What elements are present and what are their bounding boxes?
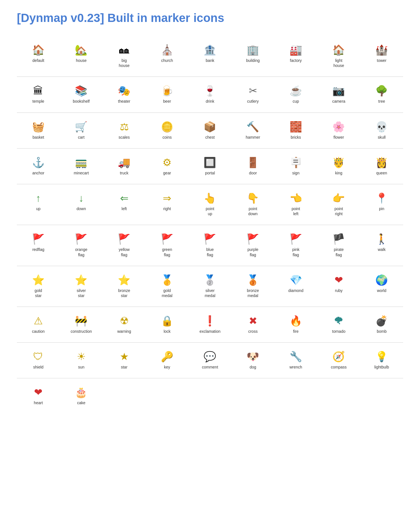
icon-label-gold-medal: goldmedal <box>162 288 172 298</box>
icon-glyph-temple: 🏛 <box>33 85 43 96</box>
icon-glyph-right: ⇒ <box>163 193 171 204</box>
icon-item-point-up: 👆pointup <box>189 190 232 219</box>
icon-empty <box>189 384 232 408</box>
icon-item-sign: 🪧sign <box>274 154 317 178</box>
icon-glyph-cup: ☕ <box>290 85 302 96</box>
icon-glyph-cross: ✖ <box>249 315 257 327</box>
icon-item-camera: 📷camera <box>317 82 360 107</box>
icon-label-down: down <box>76 206 86 211</box>
icon-glyph-chest: 📦 <box>204 121 216 132</box>
icon-glyph-tornado: 🌪 <box>334 315 344 327</box>
icon-label-bricks: bricks <box>291 135 301 140</box>
icon-item-pink-flag: 🚩pinkflag <box>274 231 317 260</box>
icon-label-compass: compass <box>331 365 347 370</box>
icon-row-4: ↑up↓down⇐left⇒right👆pointup👇pointdown👈po… <box>17 184 403 225</box>
icon-glyph-bookshelf: 📚 <box>75 85 87 96</box>
icon-glyph-diamond: 💎 <box>290 275 302 286</box>
icon-item-hammer: 🔨hammer <box>231 118 274 143</box>
icon-label-cart: cart <box>78 135 84 140</box>
icon-label-minecart: minecart <box>74 170 89 176</box>
icon-label-house: house <box>76 58 87 63</box>
icon-label-blue-flag: blueflag <box>206 247 214 257</box>
icon-glyph-warning: ☢ <box>120 315 129 327</box>
icon-item-right: ⇒right <box>146 190 189 219</box>
icon-item-door: 🚪door <box>231 154 274 178</box>
icon-glyph-tree: 🌳 <box>375 85 388 96</box>
icon-glyph-bank: 🏦 <box>204 44 216 56</box>
icon-empty <box>317 384 360 408</box>
icon-label-cutlery: cutlery <box>247 99 259 104</box>
icon-label-flower: flower <box>333 135 344 140</box>
icon-label-lightbulb: lightbulb <box>374 365 389 370</box>
icon-row-6: ⭐goldstar⭐silverstar⭐bronzestar🥇goldmeda… <box>17 266 403 307</box>
icon-item-coins: 🪙coins <box>146 118 189 143</box>
icon-item-world: 🌍world <box>360 272 403 301</box>
page-title: [Dynmap v0.23] Built in marker icons <box>17 11 403 25</box>
title-version: v0.23 <box>71 11 100 24</box>
title-prefix: [Dynmap <box>17 11 71 24</box>
icon-glyph-cutlery: ✂ <box>249 85 257 96</box>
icon-glyph-caution: ⚠ <box>34 315 43 327</box>
icon-item-exclamation: ❗exclamation <box>189 313 232 337</box>
icon-label-beer: beer <box>163 99 171 104</box>
icon-label-default: default <box>32 58 44 63</box>
icon-glyph-scales: ⚖ <box>120 121 129 132</box>
icon-glyph-church: ⛪ <box>161 44 173 56</box>
icon-label-queen: queen <box>376 170 387 176</box>
icon-item-bricks: 🧱bricks <box>274 118 317 143</box>
icon-glyph-lock: 🔒 <box>161 315 173 327</box>
icon-label-dog: dog <box>250 365 256 370</box>
icon-item-bank: 🏦bank <box>189 42 232 71</box>
icon-glyph-sign: 🪧 <box>290 157 302 168</box>
icon-item-house: 🏡house <box>60 42 103 71</box>
icon-item-big-house: 🏘bighouse <box>103 42 146 71</box>
icon-item-factory: 🏭factory <box>274 42 317 71</box>
icon-label-wrench: wrench <box>290 365 302 370</box>
icon-item-green-flag: 🚩greenflag <box>146 231 189 260</box>
icon-item-gold-medal: 🥇goldmedal <box>146 272 189 301</box>
icon-label-big-house: bighouse <box>119 58 130 68</box>
icon-label-purple-flag: purpleflag <box>247 247 258 257</box>
icon-item-cart: 🛒cart <box>60 118 103 143</box>
icon-item-pin: 📍pin <box>360 190 403 219</box>
icon-label-church: church <box>161 58 173 63</box>
icon-label-heart: heart <box>34 400 43 405</box>
icon-item-tree: 🌳tree <box>360 82 403 107</box>
icon-label-tree: tree <box>378 99 385 104</box>
icon-label-light-house: lighthouse <box>333 58 344 68</box>
icon-glyph-gold-star: ⭐ <box>32 275 45 286</box>
icon-item-key: 🔑key <box>146 348 189 372</box>
icon-label-warning: warning <box>117 329 131 334</box>
icon-glyph-pirate-flag: 🏴 <box>332 233 345 245</box>
icon-glyph-king: 🤴 <box>332 157 345 168</box>
icon-item-flower: 🌸flower <box>317 118 360 143</box>
icon-glyph-big-house: 🏘 <box>119 44 129 56</box>
icon-glyph-sun: ☀ <box>77 351 86 362</box>
icon-item-orange-flag: 🚩orangeflag <box>60 231 103 260</box>
icon-item-chest: 📦chest <box>189 118 232 143</box>
icon-label-bank: bank <box>206 58 214 63</box>
icon-label-pink-flag: pinkflag <box>292 247 299 257</box>
icon-grid: 🏠default🏡house🏘bighouse⛪church🏦bank🏢buil… <box>17 36 403 414</box>
icon-glyph-key: 🔑 <box>161 351 173 362</box>
icon-label-portal: portal <box>205 170 215 176</box>
icon-glyph-star: ★ <box>120 351 129 362</box>
icon-item-king: 🤴king <box>317 154 360 178</box>
icon-item-bronze-star: ⭐bronzestar <box>103 272 146 301</box>
icon-item-sun: ☀sun <box>60 348 103 372</box>
icon-label-comment: comment <box>202 365 218 370</box>
icon-item-point-right: 👉pointright <box>317 190 360 219</box>
icon-label-bookshelf: bookshelf <box>73 99 90 104</box>
icon-item-comment: 💬comment <box>189 348 232 372</box>
icon-item-skull: 💀skull <box>360 118 403 143</box>
icon-glyph-orange-flag: 🚩 <box>75 233 87 245</box>
icon-label-right: right <box>163 206 171 211</box>
icon-item-queen: 👸queen <box>360 154 403 178</box>
icon-glyph-wrench: 🔧 <box>290 351 302 362</box>
icon-glyph-portal: 🔲 <box>204 157 216 168</box>
icon-item-lightbulb: 💡lightbulb <box>360 348 403 372</box>
icon-item-down: ↓down <box>60 190 103 219</box>
icon-label-point-left: pointleft <box>292 206 300 216</box>
icon-item-bronze-medal: 🥉bronzemedal <box>231 272 274 301</box>
icon-glyph-factory: 🏭 <box>290 44 302 56</box>
